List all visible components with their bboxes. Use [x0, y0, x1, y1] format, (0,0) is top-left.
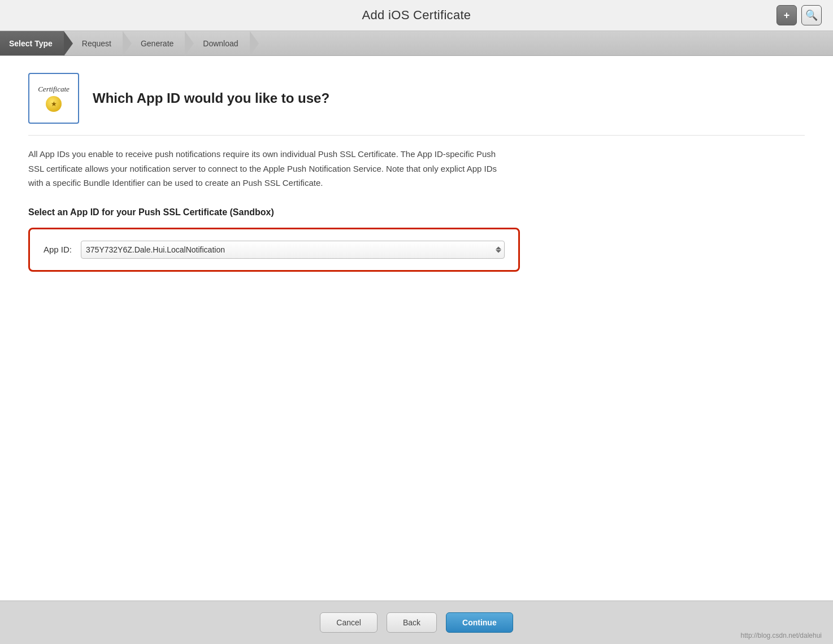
breadcrumb-label-download: Download: [203, 39, 238, 48]
main-content: Certificate Which App ID would you like …: [0, 56, 833, 601]
app-id-label: App ID:: [44, 245, 72, 254]
cert-icon-text: Certificate: [38, 85, 70, 94]
add-button[interactable]: +: [776, 5, 797, 25]
footer: Cancel Back Continue http://blog.csdn.ne…: [0, 601, 833, 644]
app-id-select-wrapper: 375Y732Y6Z.Dale.Hui.LocalNotification: [81, 241, 505, 259]
breadcrumb-label-generate: Generate: [141, 39, 173, 48]
breadcrumb-label-select-type: Select Type: [9, 39, 53, 48]
breadcrumb-step-generate[interactable]: Generate: [123, 31, 185, 55]
back-button[interactable]: Back: [387, 612, 437, 633]
breadcrumb-step-download[interactable]: Download: [185, 31, 249, 55]
page-title: Add iOS Certificate: [362, 8, 471, 23]
section-label: Select an App ID for your Push SSL Certi…: [28, 207, 805, 217]
certificate-icon: Certificate: [28, 73, 79, 124]
continue-button[interactable]: Continue: [446, 612, 513, 633]
watermark-text: http://blog.csdn.net/dalehui: [741, 632, 822, 639]
page-header: Add iOS Certificate + 🔍: [0, 0, 833, 31]
cancel-button[interactable]: Cancel: [320, 612, 378, 633]
search-button[interactable]: 🔍: [801, 5, 822, 25]
main-question: Which App ID would you like to use?: [93, 90, 329, 106]
breadcrumb-step-select-type[interactable]: Select Type: [0, 31, 64, 55]
breadcrumb-label-request: Request: [82, 39, 111, 48]
cert-header: Certificate Which App ID would you like …: [28, 73, 805, 124]
search-icon: 🔍: [805, 9, 818, 21]
app-id-select[interactable]: 375Y732Y6Z.Dale.Hui.LocalNotification: [81, 241, 505, 259]
description-text: All App IDs you enable to receive push n…: [28, 147, 509, 190]
header-actions: + 🔍: [776, 5, 822, 25]
app-id-box: App ID: 375Y732Y6Z.Dale.Hui.LocalNotific…: [28, 228, 520, 272]
divider-1: [28, 135, 805, 136]
breadcrumb-nav: Select Type Request Generate Download: [0, 31, 833, 56]
cert-badge-icon: [46, 96, 62, 112]
